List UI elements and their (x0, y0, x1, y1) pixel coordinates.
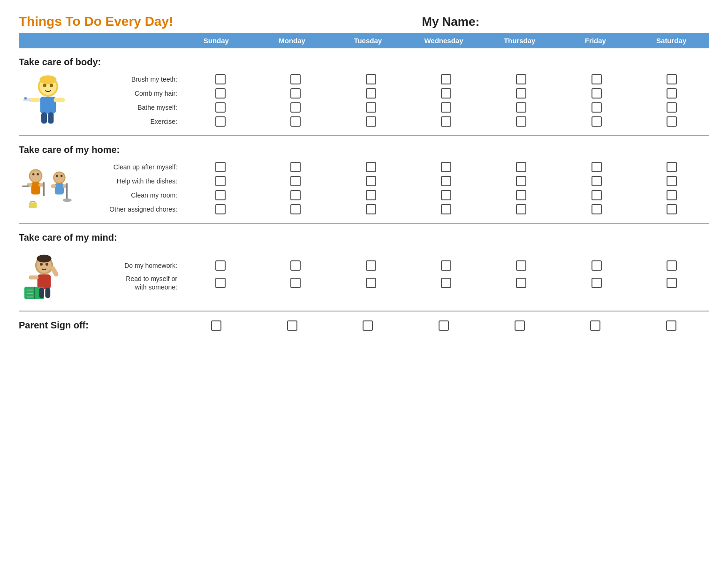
task-checkbox-body-1-thursday[interactable] (516, 88, 526, 99)
task-checkbox-home-0-tuesday[interactable] (366, 162, 376, 172)
check-cell (634, 88, 709, 99)
task-checkbox-home-2-wednesday[interactable] (441, 190, 451, 200)
check-cell (634, 278, 709, 288)
task-checkbox-home-2-tuesday[interactable] (366, 190, 376, 200)
task-checkbox-mind-1-tuesday[interactable] (366, 278, 376, 288)
task-checkbox-home-2-thursday[interactable] (516, 190, 526, 200)
task-checkbox-home-3-sunday[interactable] (215, 204, 226, 214)
svg-point-13 (30, 170, 41, 182)
task-checkbox-body-1-saturday[interactable] (667, 88, 677, 99)
task-checkbox-body-0-saturday[interactable] (667, 74, 677, 84)
task-checkbox-mind-0-wednesday[interactable] (441, 260, 451, 271)
task-checkbox-body-0-monday[interactable] (290, 74, 301, 84)
task-checkbox-body-3-tuesday[interactable] (366, 116, 376, 127)
task-checkbox-mind-1-friday[interactable] (592, 278, 602, 288)
check-cell (409, 278, 484, 288)
section-body: Take care of body: Brush my teeth:Comb m… (19, 48, 709, 136)
check-cell (258, 88, 333, 99)
parent-checkbox-thursday[interactable] (515, 320, 525, 331)
check-cell (334, 162, 409, 172)
check-cell (634, 260, 709, 271)
task-checkbox-body-1-friday[interactable] (592, 88, 602, 99)
task-checkbox-home-3-tuesday[interactable] (366, 204, 376, 214)
task-checkbox-body-1-wednesday[interactable] (441, 88, 451, 99)
task-checkbox-body-0-sunday[interactable] (215, 74, 226, 84)
task-checkbox-mind-0-thursday[interactable] (516, 260, 526, 271)
task-checkbox-home-0-sunday[interactable] (215, 162, 226, 172)
task-checkbox-body-0-thursday[interactable] (516, 74, 526, 84)
task-checkbox-mind-1-wednesday[interactable] (441, 278, 451, 288)
check-cell (334, 102, 409, 113)
task-checkbox-body-0-wednesday[interactable] (441, 74, 451, 84)
parent-checkbox-saturday[interactable] (666, 320, 676, 331)
check-cell (183, 102, 258, 113)
task-checkbox-body-2-friday[interactable] (592, 102, 602, 113)
task-checkbox-home-3-wednesday[interactable] (441, 204, 451, 214)
task-checkbox-body-3-sunday[interactable] (215, 116, 226, 127)
task-checkbox-home-0-saturday[interactable] (667, 162, 677, 172)
parent-checkbox-wednesday[interactable] (439, 320, 449, 331)
task-checkbox-home-1-thursday[interactable] (516, 176, 526, 186)
check-cell (409, 162, 484, 172)
task-checkbox-home-2-saturday[interactable] (667, 190, 677, 200)
parent-checkbox-tuesday[interactable] (363, 320, 373, 331)
task-checkbox-home-3-monday[interactable] (290, 204, 301, 214)
task-checkbox-home-0-thursday[interactable] (516, 162, 526, 172)
task-checkbox-home-1-friday[interactable] (592, 176, 602, 186)
task-checkbox-body-3-wednesday[interactable] (441, 116, 451, 127)
task-checkbox-mind-1-sunday[interactable] (215, 278, 226, 288)
task-checkbox-body-0-friday[interactable] (592, 74, 602, 84)
task-checkbox-body-3-friday[interactable] (592, 116, 602, 127)
task-checkbox-body-2-thursday[interactable] (516, 102, 526, 113)
svg-point-3 (43, 84, 46, 87)
task-checkbox-mind-0-saturday[interactable] (667, 260, 677, 271)
task-checkbox-home-1-sunday[interactable] (215, 176, 226, 186)
task-checkbox-body-1-monday[interactable] (290, 88, 301, 99)
svg-point-35 (37, 255, 51, 263)
task-checkbox-home-0-friday[interactable] (592, 162, 602, 172)
task-checkbox-body-2-wednesday[interactable] (441, 102, 451, 113)
task-checkbox-home-0-wednesday[interactable] (441, 162, 451, 172)
task-checkbox-home-3-thursday[interactable] (516, 204, 526, 214)
check-cell (334, 204, 409, 214)
task-checkbox-home-1-wednesday[interactable] (441, 176, 451, 186)
task-checkbox-body-2-saturday[interactable] (667, 102, 677, 113)
task-checkbox-mind-1-monday[interactable] (290, 278, 301, 288)
task-checkbox-home-2-monday[interactable] (290, 190, 301, 200)
task-checkbox-mind-1-thursday[interactable] (516, 278, 526, 288)
check-cell (559, 190, 634, 200)
check-cell (409, 74, 484, 84)
check-cell (559, 88, 634, 99)
task-checkbox-home-1-monday[interactable] (290, 176, 301, 186)
check-cell (258, 176, 333, 186)
task-checkbox-body-1-tuesday[interactable] (366, 88, 376, 99)
task-row: Exercise: (80, 116, 709, 127)
task-checkbox-home-2-friday[interactable] (592, 190, 602, 200)
parent-signoff-row: Parent Sign off: (19, 312, 709, 335)
parent-checkbox-friday[interactable] (590, 320, 600, 331)
task-checkbox-mind-0-friday[interactable] (592, 260, 602, 271)
task-checkbox-body-3-monday[interactable] (290, 116, 301, 127)
task-label: Clean up after myself: (80, 163, 183, 171)
task-checkbox-home-0-monday[interactable] (290, 162, 301, 172)
task-checkbox-home-1-tuesday[interactable] (366, 176, 376, 186)
task-checkbox-body-2-sunday[interactable] (215, 102, 226, 113)
task-checkbox-home-3-friday[interactable] (592, 204, 602, 214)
task-checkbox-body-3-thursday[interactable] (516, 116, 526, 127)
task-checkbox-mind-0-tuesday[interactable] (366, 260, 376, 271)
check-cell (634, 176, 709, 186)
task-checkbox-home-3-saturday[interactable] (667, 204, 677, 214)
task-checkbox-mind-0-monday[interactable] (290, 260, 301, 271)
task-checkbox-home-1-saturday[interactable] (667, 176, 677, 186)
parent-checkbox-sunday[interactable] (211, 320, 221, 331)
task-checkbox-body-2-tuesday[interactable] (366, 102, 376, 113)
task-checkbox-home-2-sunday[interactable] (215, 190, 226, 200)
parent-checkbox-monday[interactable] (287, 320, 297, 331)
task-checkbox-body-3-saturday[interactable] (667, 116, 677, 127)
task-checkbox-mind-0-sunday[interactable] (215, 260, 226, 271)
task-checkbox-body-0-tuesday[interactable] (366, 74, 376, 84)
task-checkbox-mind-1-saturday[interactable] (667, 278, 677, 288)
task-checkbox-body-2-monday[interactable] (290, 102, 301, 113)
task-checkbox-body-1-sunday[interactable] (215, 88, 226, 99)
day-header-monday: Monday (254, 35, 330, 46)
